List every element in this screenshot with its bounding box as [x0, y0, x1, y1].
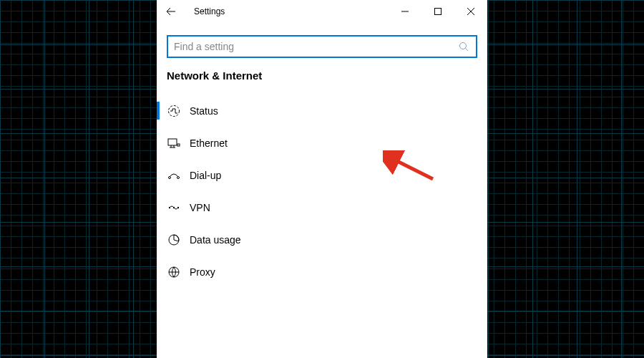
nav-item-vpn[interactable]: VPN	[157, 191, 487, 223]
proxy-icon	[167, 265, 181, 279]
svg-point-2	[169, 105, 180, 116]
maximize-button[interactable]	[421, 0, 454, 23]
nav-item-data-usage[interactable]: Data usage	[157, 223, 487, 256]
window-title: Settings	[194, 6, 225, 16]
ethernet-icon	[167, 136, 181, 150]
dialup-icon	[167, 168, 181, 183]
search-box[interactable]	[167, 35, 477, 58]
settings-window: Settings Net	[157, 0, 487, 358]
close-icon	[467, 8, 474, 15]
minimize-button[interactable]	[389, 0, 421, 23]
nav-item-label: VPN	[190, 202, 210, 213]
svg-rect-4	[177, 144, 180, 146]
search-input[interactable]	[174, 41, 457, 52]
svg-point-1	[460, 43, 467, 49]
nav-item-dialup[interactable]: Dial-up	[157, 159, 487, 191]
nav-item-ethernet[interactable]: Ethernet	[157, 127, 487, 159]
back-button[interactable]	[157, 0, 185, 23]
back-arrow-icon	[165, 6, 177, 17]
nav-item-status[interactable]: Status	[157, 95, 487, 127]
search-icon	[457, 42, 470, 52]
data-usage-icon	[167, 233, 181, 247]
svg-rect-3	[168, 139, 177, 145]
maximize-icon	[434, 8, 441, 15]
svg-rect-0	[435, 9, 441, 15]
nav-item-label: Ethernet	[190, 137, 228, 149]
search-container	[157, 23, 487, 69]
section-title: Network & Internet	[157, 69, 487, 95]
nav-item-proxy[interactable]: Proxy	[157, 256, 487, 288]
svg-point-5	[169, 176, 171, 178]
status-icon	[167, 104, 181, 118]
titlebar: Settings	[157, 0, 487, 23]
minimize-icon	[401, 8, 409, 15]
svg-point-6	[177, 176, 180, 178]
nav-item-label: Dial-up	[190, 170, 221, 181]
nav-item-label: Data usage	[190, 234, 241, 246]
vpn-icon	[167, 200, 181, 215]
nav-item-label: Proxy	[190, 266, 215, 278]
nav-list: Status Ethernet Dial-up	[157, 95, 487, 288]
nav-item-label: Status	[190, 105, 218, 117]
close-button[interactable]	[454, 0, 487, 23]
